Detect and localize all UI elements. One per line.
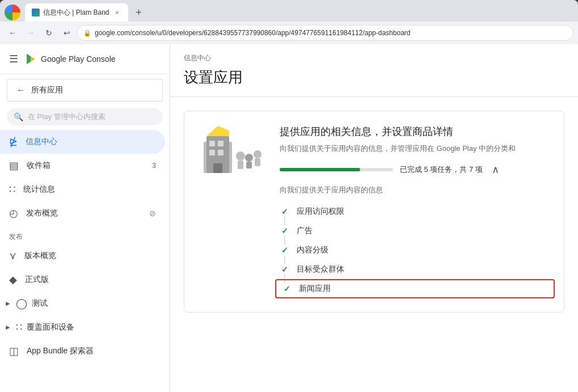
play-console-icon — [24, 52, 37, 66]
sidebar-brand-text: Google Play Console — [41, 54, 116, 64]
page-title: 设置应用 — [170, 63, 578, 97]
back-to-all-apps[interactable]: ← 所有应用 — [7, 79, 163, 102]
svg-rect-9 — [213, 163, 222, 173]
task-check-rating: ✓ — [280, 245, 290, 255]
stats-icon: ∷ — [9, 183, 15, 196]
svg-point-13 — [245, 154, 253, 162]
task-list: ✓ 应用访问权限 ✓ 广告 ✓ 内容分级 — [280, 202, 550, 298]
task-label-audience: 目标受众群体 — [297, 264, 344, 275]
url-text: google.com/console/u/0/developers/628843… — [95, 29, 410, 37]
setup-illustration — [198, 125, 266, 298]
publish-overview-right-icon: ⊘ — [149, 209, 156, 218]
tab-bar: 信息中心 | Plam Band × + — [0, 0, 578, 22]
google-play-logo: Google Play Console — [24, 52, 116, 66]
sidebar-label-appbundle: App Bundle 探索器 — [27, 346, 156, 356]
svg-rect-16 — [255, 158, 260, 166]
home-button[interactable]: ↩ — [59, 25, 75, 41]
sidebar-item-production[interactable]: ◆ 正式版 — [0, 268, 165, 292]
sidebar-label-coverage: 覆盖面和设备 — [27, 322, 161, 332]
sidebar-header: ☰ Google Play Console — [0, 44, 170, 74]
progress-bar-fill — [280, 168, 360, 171]
dashboard-icon: ⋭ — [9, 136, 18, 148]
task-label-rating: 内容分级 — [297, 245, 328, 255]
address-bar[interactable]: 🔒 google.com/console/u/0/developers/6288… — [77, 25, 573, 41]
tasks-section-title: 向我们提供关于应用内容的信息 — [280, 185, 550, 195]
lock-icon: 🔒 — [83, 29, 91, 37]
progress-bar-track — [280, 168, 393, 171]
svg-marker-1 — [27, 54, 31, 64]
tab-close-button[interactable]: × — [112, 8, 121, 17]
nav-bar: ← → ↻ ↩ 🔒 google.com/console/u/0/develop… — [0, 22, 578, 44]
sidebar-label-dashboard: 信息中心 — [26, 137, 156, 147]
task-label-news: 新闻应用 — [299, 284, 331, 294]
sidebar-item-stats[interactable]: ∷ 统计信息 — [0, 178, 165, 201]
browser-tab[interactable]: 信息中心 | Plam Band × — [25, 3, 128, 22]
sidebar-label-inbox: 收件箱 — [27, 161, 144, 171]
appbundle-icon: ◫ — [9, 345, 19, 357]
coverage-expand-arrow: ► — [5, 323, 11, 331]
progress-label: 已完成 5 项任务，共 7 项 — [400, 165, 483, 175]
browser-chrome: 信息中心 | Plam Band × + ← → ↻ ↩ 🔒 google.co… — [0, 0, 578, 44]
inbox-badge: 3 — [152, 162, 156, 170]
svg-rect-6 — [218, 141, 223, 146]
browser-logo — [5, 5, 20, 20]
task-news[interactable]: ✓ 新闻应用 — [275, 279, 555, 298]
sidebar-item-publish-overview[interactable]: ◴ 发布概览 ⊘ — [0, 201, 165, 225]
task-ads[interactable]: ✓ 广告 — [280, 221, 550, 241]
sidebar-label-stats: 统计信息 — [23, 184, 156, 195]
sidebar-label-testing: 测试 — [32, 298, 161, 309]
sidebar-item-release-overview[interactable]: ⋎ 版本概览 — [0, 244, 165, 268]
inbox-icon: ▤ — [9, 159, 19, 172]
production-icon: ◆ — [9, 273, 17, 286]
sidebar-item-inbox[interactable]: ▤ 收件箱 3 — [0, 154, 165, 178]
sidebar-search[interactable]: 🔍 在 Play 管理中心内搜索 — [7, 108, 163, 125]
sidebar-item-coverage[interactable]: ► ∷ 覆盖面和设备 — [0, 315, 170, 339]
svg-rect-7 — [209, 150, 215, 155]
setup-card: 提供应用的相关信息，并设置商品详情 向我们提供关于应用内容的信息，并管理应用在 … — [184, 111, 564, 313]
forward-button[interactable]: → — [23, 25, 39, 41]
main-content: 信息中心 设置应用 — [170, 44, 578, 392]
illustration-svg — [198, 125, 266, 176]
back-arrow-icon: ← — [16, 85, 26, 95]
task-check-ads: ✓ — [280, 226, 290, 236]
sidebar-label-publish-overview: 发布概览 — [26, 208, 141, 218]
coverage-icon: ∷ — [16, 321, 22, 334]
task-check-news: ✓ — [282, 284, 292, 294]
publish-overview-icon: ◴ — [9, 207, 18, 220]
tab-favicon — [32, 9, 40, 16]
sidebar-item-testing[interactable]: ► ◯ 测试 — [0, 292, 170, 315]
setup-title: 提供应用的相关信息，并设置商品详情 — [280, 125, 550, 138]
svg-rect-5 — [209, 141, 215, 146]
tab-title: 信息中心 | Plam Band — [43, 8, 109, 18]
task-rating[interactable]: ✓ 内容分级 — [280, 241, 550, 260]
testing-expand-arrow: ► — [5, 300, 11, 307]
task-check-access: ✓ — [280, 206, 290, 217]
progress-container: 已完成 5 项任务，共 7 项 ∧ — [280, 163, 550, 176]
svg-rect-12 — [238, 161, 243, 169]
task-audience[interactable]: ✓ 目标受众群体 — [280, 260, 550, 279]
reload-button[interactable]: ↻ — [41, 25, 57, 41]
back-button[interactable]: ← — [5, 25, 20, 41]
svg-rect-8 — [218, 150, 223, 155]
svg-point-11 — [236, 151, 245, 161]
section-publish: 发布 — [0, 225, 170, 244]
app-container: ☰ Google Play Console ← 所有应用 🔍 在 Play 管理… — [0, 44, 578, 392]
task-check-audience: ✓ — [280, 264, 290, 275]
testing-icon: ◯ — [16, 297, 27, 310]
sidebar-item-dashboard[interactable]: ⋭ 信息中心 — [0, 130, 165, 154]
breadcrumb: 信息中心 — [170, 44, 578, 63]
svg-marker-2 — [31, 57, 35, 62]
sidebar-label-production: 正式版 — [25, 275, 156, 285]
task-label-access: 应用访问权限 — [297, 206, 344, 217]
progress-toggle-icon[interactable]: ∧ — [492, 163, 499, 176]
setup-subtitle: 向我们提供关于应用内容的信息，并管理应用在 Google Play 中的分类和 — [280, 143, 550, 154]
sidebar-item-appbundle[interactable]: ◫ App Bundle 探索器 — [0, 339, 165, 363]
search-icon: 🔍 — [14, 112, 23, 121]
hamburger-icon[interactable]: ☰ — [9, 53, 18, 65]
task-label-ads: 广告 — [297, 226, 313, 236]
task-access[interactable]: ✓ 应用访问权限 — [280, 202, 550, 221]
new-tab-button[interactable]: + — [130, 5, 146, 20]
sidebar: ☰ Google Play Console ← 所有应用 🔍 在 Play 管理… — [0, 44, 170, 392]
back-label: 所有应用 — [31, 85, 63, 95]
sidebar-label-release-overview: 版本概览 — [24, 251, 156, 261]
